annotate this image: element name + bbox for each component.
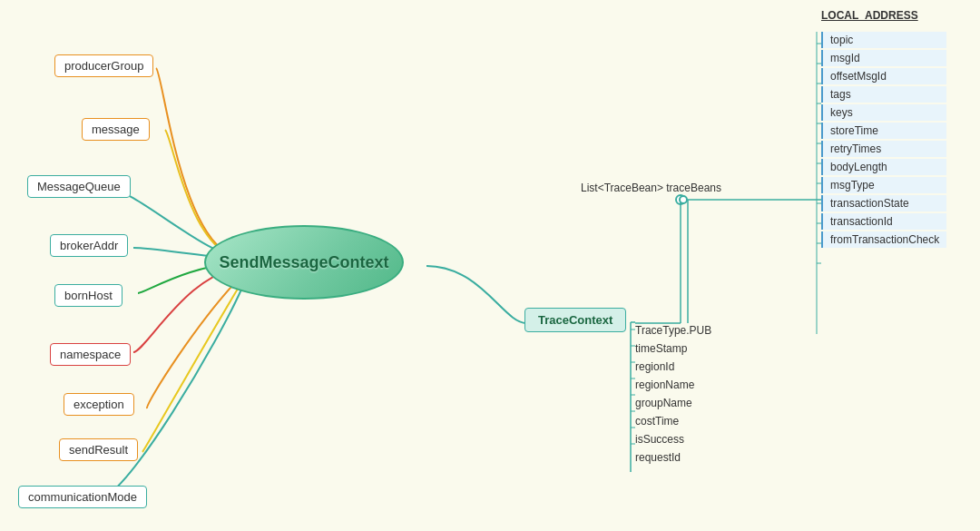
list-item: topic: [821, 32, 946, 48]
bornHost-label: bornHost: [64, 289, 113, 302]
center-node: SendMessageContext: [204, 225, 404, 300]
list-item: timeStamp: [635, 340, 711, 357]
traceBeans-dot: [679, 195, 688, 204]
traceContext-node: TraceContext: [524, 308, 626, 332]
list-item: regionName: [635, 377, 711, 393]
communicationMode-node: communicationMode: [18, 486, 147, 508]
list-item: transactionId: [821, 213, 946, 230]
exception-label: exception: [74, 398, 124, 411]
center-label: SendMessageContext: [219, 253, 388, 272]
bornHost-node: bornHost: [54, 284, 122, 307]
list-item: groupName: [635, 395, 711, 411]
brokerAddr-label: brokerAddr: [60, 239, 118, 252]
list-item: bodyLength: [821, 159, 946, 175]
traceContext-label: TraceContext: [538, 313, 612, 327]
sendResult-label: sendResult: [69, 443, 128, 457]
exception-node: exception: [64, 393, 134, 416]
list-item: offsetMsgId: [821, 68, 946, 84]
traceBeans-label: List<TraceBean> traceBeans: [581, 182, 721, 194]
messageQueue-node: MessageQueue: [27, 175, 131, 198]
namespace-node: namespace: [50, 343, 131, 366]
list-item: regionId: [635, 359, 711, 375]
list-item: TraceType.PUB: [635, 322, 711, 339]
list-item: storeTime: [821, 123, 946, 139]
communicationMode-label: communicationMode: [28, 490, 137, 504]
message-label: message: [92, 123, 140, 136]
list-item: costTime: [635, 413, 711, 429]
list-item: retryTimes: [821, 141, 946, 157]
list-item: requestId: [635, 449, 711, 466]
list-item: msgType: [821, 177, 946, 193]
list-item: isSuccess: [635, 431, 711, 447]
localAddress-list: topic msgId offsetMsgId tags keys storeT…: [821, 32, 946, 248]
producerGroup-node: producerGroup: [54, 54, 153, 77]
message-node: message: [82, 118, 150, 141]
list-item: keys: [821, 104, 946, 121]
messageQueue-label: MessageQueue: [37, 180, 121, 193]
list-item: transactionState: [821, 195, 946, 211]
sendResult-node: sendResult: [59, 438, 138, 461]
localAddress-header: LOCAL_ADDRESS: [821, 9, 918, 22]
brokerAddr-node: brokerAddr: [50, 234, 128, 257]
namespace-label: namespace: [60, 348, 121, 361]
list-item: fromTransactionCheck: [821, 231, 946, 248]
producerGroup-label: producerGroup: [64, 59, 143, 73]
traceContext-list: TraceType.PUB timeStamp regionId regionN…: [635, 322, 711, 466]
list-item: msgId: [821, 50, 946, 66]
list-item: tags: [821, 86, 946, 103]
